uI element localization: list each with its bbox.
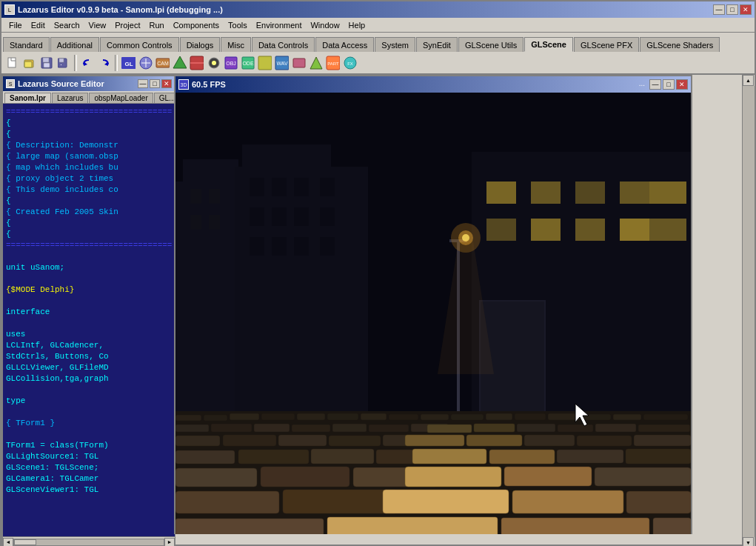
scroll-vtrack[interactable] [743, 86, 755, 537]
tab-dialogs[interactable]: Dialogs [180, 37, 221, 52]
glscene-component-12[interactable] [307, 55, 324, 71]
tab-standard[interactable]: Standard [3, 37, 50, 52]
glscene-component-4[interactable] [171, 55, 187, 71]
toolbar-new-icon[interactable] [4, 55, 21, 71]
maximize-button[interactable]: □ [726, 4, 738, 15]
code-line: TForm1 = class(TForm) [6, 440, 172, 451]
menu-edit[interactable]: Edit [27, 19, 50, 32]
tab-common-controls[interactable]: Common Controls [100, 37, 179, 52]
editor-close[interactable]: ✕ [161, 79, 172, 88]
svg-rect-87 [421, 414, 449, 420]
menu-tools[interactable]: Tools [224, 19, 252, 32]
code-line: ================================== [6, 240, 172, 251]
gl-minimize[interactable]: — [649, 79, 661, 90]
scroll-thumb[interactable] [14, 539, 36, 545]
code-area[interactable]: ================================== { { {… [3, 104, 175, 536]
svg-rect-93 [613, 414, 641, 420]
glscene-component-2[interactable] [137, 55, 153, 71]
glscene-component-11[interactable] [290, 55, 307, 71]
editor-tab-obsp[interactable]: obspMapLoader [89, 93, 153, 103]
menu-project[interactable]: Project [110, 19, 144, 32]
code-line: { TForm1 } [6, 418, 172, 429]
toolbar-saveall-icon[interactable] [56, 55, 72, 71]
tab-glscene-utils[interactable]: GLScene Utils [458, 37, 523, 52]
code-line: GLCollision,tga,graph [6, 373, 172, 384]
toolbar-open-icon[interactable] [21, 55, 38, 71]
glscene-component-7[interactable]: OBJ [222, 55, 238, 71]
glscene-component-8[interactable]: ODE [239, 55, 255, 71]
svg-rect-79 [175, 415, 201, 421]
svg-rect-83 [297, 413, 325, 420]
tab-glscene-pfx[interactable]: GLScene PFX [574, 37, 639, 52]
scroll-up-btn[interactable]: ▲ [743, 75, 754, 86]
tab-synedit[interactable]: SynEdit [416, 37, 458, 52]
svg-text:GL: GL [124, 61, 133, 67]
editor-maximize[interactable]: □ [150, 79, 160, 88]
editor-tab-lazarus[interactable]: Lazarus [52, 93, 89, 103]
scroll-down-btn[interactable]: ▼ [743, 537, 754, 546]
svg-rect-108 [175, 436, 220, 446]
tab-data-access[interactable]: Data Access [315, 37, 374, 52]
menu-environment[interactable]: Environment [252, 19, 307, 32]
tab-system[interactable]: System [375, 37, 415, 52]
code-line [6, 273, 172, 284]
close-button[interactable]: ✕ [740, 4, 752, 15]
svg-rect-6 [43, 58, 49, 62]
gl-maximize[interactable]: □ [663, 79, 675, 90]
svg-point-24 [212, 61, 216, 65]
svg-rect-137 [175, 519, 324, 534]
toolbar-save-icon[interactable] [39, 55, 55, 71]
toolbar-redo-icon[interactable] [96, 55, 113, 71]
minimize-button[interactable]: — [713, 4, 725, 15]
code-line: { This demo includes co [6, 184, 172, 196]
glscene-component-14[interactable]: FX [341, 55, 358, 71]
glscene-component-1[interactable]: GL [120, 55, 136, 71]
menu-components[interactable]: Components [169, 19, 224, 32]
code-line: { [6, 218, 172, 229]
menu-run[interactable]: Run [144, 19, 168, 32]
menu-file[interactable]: File [4, 19, 27, 32]
svg-rect-102 [427, 425, 472, 433]
gl-menu-btn[interactable]: ... [636, 79, 648, 90]
svg-rect-82 [261, 413, 295, 420]
svg-rect-44 [209, 215, 220, 230]
toolbar-undo-icon[interactable] [79, 55, 96, 71]
tab-data-controls[interactable]: Data Controls [252, 37, 315, 52]
svg-rect-81 [230, 413, 259, 420]
svg-rect-136 [626, 491, 691, 513]
editor-tab-sanom[interactable]: Sanom.lpr [4, 93, 51, 103]
glscene-component-13[interactable]: PART [324, 55, 341, 71]
menu-help[interactable]: Help [344, 19, 370, 32]
svg-rect-140 [653, 518, 691, 534]
tab-additional[interactable]: Additional [50, 37, 99, 52]
scroll-left-btn[interactable]: ◄ [3, 538, 13, 547]
code-line: { [6, 129, 172, 140]
tab-glscene-shaders[interactable]: GLScene Shaders [640, 37, 720, 52]
scroll-right-btn[interactable]: ► [164, 538, 175, 547]
svg-rect-55 [250, 237, 264, 256]
glscene-component-10[interactable]: WAV [273, 55, 290, 71]
menu-window[interactable]: Window [306, 19, 344, 32]
svg-rect-86 [389, 414, 418, 420]
svg-rect-60 [486, 182, 516, 204]
glscene-component-6[interactable] [205, 55, 221, 71]
glscene-component-9[interactable] [256, 55, 272, 71]
tab-misc[interactable]: Misc [221, 37, 251, 52]
svg-marker-33 [310, 57, 322, 69]
editor-minimize[interactable]: — [138, 79, 148, 88]
scroll-track[interactable] [13, 539, 164, 546]
menu-view[interactable]: View [84, 19, 111, 32]
svg-rect-115 [524, 435, 575, 446]
gl-close[interactable]: ✕ [676, 79, 688, 90]
glscene-component-3[interactable]: CAM [154, 55, 170, 71]
svg-text:CAM: CAM [157, 61, 169, 66]
gl-title-bar: 3D 60.5 FPS ... — □ ✕ [175, 76, 691, 93]
svg-marker-20 [173, 56, 187, 68]
toolbar-area: Standard Additional Common Controls Dial… [1, 33, 755, 75]
glscene-component-5[interactable] [188, 55, 204, 71]
svg-rect-7 [44, 63, 50, 67]
svg-rect-123 [489, 450, 555, 464]
menu-search[interactable]: Search [50, 19, 84, 32]
svg-rect-80 [204, 415, 227, 421]
tab-glscene[interactable]: GLScene [524, 37, 573, 52]
